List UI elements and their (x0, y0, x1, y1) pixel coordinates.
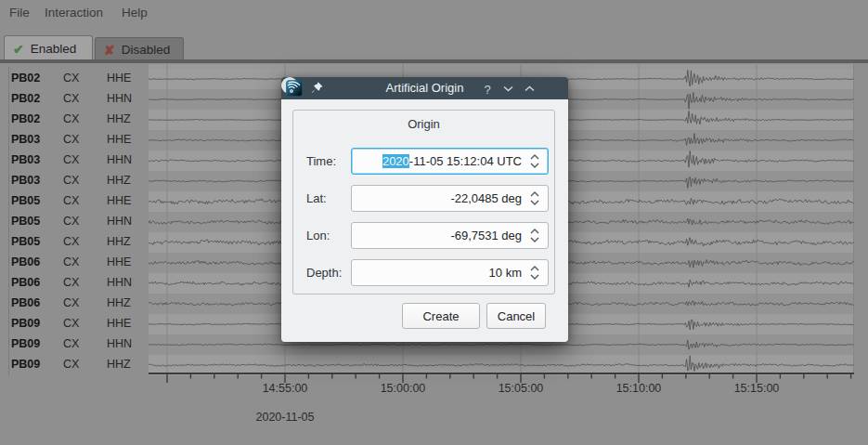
time-tick-label: 15:10:00 (602, 382, 676, 395)
station-code: PB03 (11, 153, 40, 166)
channel-code: HHZ (107, 112, 131, 125)
cancel-button[interactable]: Cancel (486, 303, 546, 329)
menu-help[interactable]: Help (122, 6, 148, 20)
groupbox-title: Origin (293, 117, 554, 131)
lon-value: -69,7531 deg (450, 223, 522, 248)
station-code: PB03 (11, 174, 40, 187)
menu-bar: File Interaction Help (0, 0, 868, 26)
network-code: CX (63, 358, 79, 371)
station-row[interactable]: PB09CXHHN (0, 337, 149, 352)
depth-input[interactable]: 10 km (351, 259, 549, 286)
time-rest-text: -11-05 15:12:04 UTC (409, 154, 522, 168)
station-row[interactable]: PB05CXHHN (0, 215, 149, 229)
help-icon[interactable]: ? (479, 81, 496, 98)
network-code: CX (63, 194, 79, 207)
time-value: 2020-11-05 15:12:04 UTC (382, 149, 522, 174)
time-spinner[interactable] (528, 152, 541, 170)
channel-code: HHN (107, 337, 132, 350)
station-code: PB02 (11, 72, 40, 85)
channel-code: HHE (107, 317, 131, 330)
channel-code: HHE (107, 72, 131, 85)
tab-disabled[interactable]: ✘ Disabled (95, 37, 184, 61)
tab-disabled-label: Disabled (122, 43, 171, 57)
station-row[interactable]: PB05CXHHE (0, 194, 149, 209)
chevron-down-icon[interactable] (499, 80, 516, 97)
menu-file[interactable]: File (9, 6, 30, 20)
tab-enabled[interactable]: ✔ Enabled (4, 35, 93, 61)
channel-code: HHN (107, 276, 132, 289)
time-selected-text: 2020 (382, 154, 409, 168)
depth-value: 10 km (489, 260, 522, 285)
depth-spinner[interactable] (528, 264, 541, 281)
station-code: PB06 (11, 276, 40, 289)
network-code: CX (63, 112, 79, 125)
station-code: PB03 (11, 133, 40, 146)
channel-code: HHN (107, 215, 132, 228)
channel-code: HHZ (107, 235, 131, 248)
network-code: CX (63, 215, 79, 228)
station-row[interactable]: PB02CXHHN (0, 92, 149, 107)
station-row[interactable]: PB03CXHHZ (0, 174, 149, 189)
station-code: PB02 (11, 92, 40, 105)
station-row[interactable]: PB02CXHHE (0, 72, 149, 86)
spin-down-icon (531, 275, 538, 279)
time-tick-label: 14:55:00 (248, 382, 322, 395)
lon-label: Lon: (306, 229, 330, 242)
origin-groupbox: Origin Time: 2020-11-05 15:12:04 UTC Lat… (292, 110, 555, 294)
tab-enabled-label: Enabled (31, 42, 77, 56)
lon-spinner[interactable] (528, 227, 541, 244)
lat-field-row: Lat: -22,0485 deg (293, 185, 554, 212)
network-code: CX (63, 174, 79, 187)
lon-input[interactable]: -69,7531 deg (351, 222, 549, 249)
main-window: File Interaction Help ✔ Enabled ✘ Disabl… (0, 0, 868, 445)
network-code: CX (63, 92, 79, 105)
spin-up-icon (531, 229, 538, 233)
station-code: PB02 (11, 112, 40, 125)
create-button[interactable]: Create (402, 303, 480, 329)
time-label: Time: (306, 154, 336, 168)
channel-code: HHE (107, 194, 131, 207)
time-input[interactable]: 2020-11-05 15:12:04 UTC (351, 148, 549, 175)
lat-spinner[interactable] (528, 190, 541, 207)
network-code: CX (63, 337, 79, 350)
channel-code: HHZ (107, 174, 131, 187)
station-code: PB06 (11, 296, 40, 309)
check-icon: ✔ (13, 42, 24, 57)
spin-down-icon (531, 201, 538, 204)
station-row[interactable]: PB03CXHHN (0, 153, 149, 168)
channel-code: HHZ (107, 296, 131, 309)
lat-input[interactable]: -22,0485 deg (351, 185, 549, 212)
time-tick-label: 15:15:00 (719, 382, 794, 395)
channel-code: HHE (107, 255, 131, 268)
depth-label: Depth: (306, 266, 342, 280)
network-code: CX (63, 255, 79, 268)
station-row[interactable]: PB06CXHHN (0, 276, 149, 291)
station-row[interactable]: PB03CXHHE (0, 133, 149, 148)
spin-down-icon (531, 164, 538, 167)
dialog-titlebar[interactable]: Artificial Origin ? (281, 77, 568, 99)
network-code: CX (63, 72, 79, 85)
station-row[interactable]: PB02CXHHZ (0, 112, 149, 127)
lat-label: Lat: (306, 191, 327, 205)
network-code: CX (63, 317, 79, 330)
time-tick-label: 15:00:00 (366, 382, 440, 395)
station-row[interactable]: PB05CXHHZ (0, 235, 149, 250)
axis-date-label: 2020-11-05 (243, 411, 327, 424)
station-code: PB09 (11, 337, 40, 350)
station-code: PB05 (11, 194, 40, 207)
lon-field-row: Lon: -69,7531 deg (293, 222, 554, 249)
spin-up-icon (531, 192, 538, 196)
time-field-row: Time: 2020-11-05 15:12:04 UTC (293, 148, 554, 175)
station-row[interactable]: PB09CXHHZ (0, 358, 149, 373)
station-row[interactable]: PB06CXHHZ (0, 296, 149, 311)
lat-value: -22,0485 deg (450, 186, 522, 211)
station-code: PB05 (11, 235, 40, 248)
chevron-up-icon[interactable] (521, 80, 538, 97)
station-row[interactable]: PB09CXHHE (0, 317, 149, 332)
spin-down-icon (531, 238, 538, 242)
network-code: CX (63, 153, 79, 166)
network-code: CX (63, 235, 79, 248)
station-row[interactable]: PB06CXHHE (0, 255, 149, 270)
menu-interaction[interactable]: Interaction (45, 6, 103, 20)
tab-bar: ✔ Enabled ✘ Disabled (0, 33, 868, 63)
